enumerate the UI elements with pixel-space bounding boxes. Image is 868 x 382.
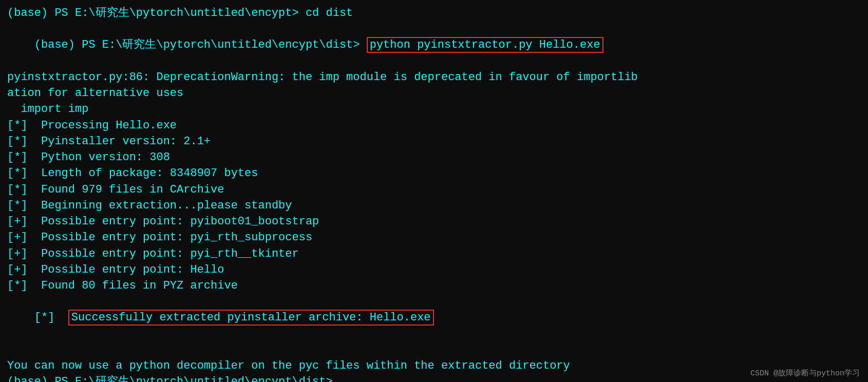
terminal-line-20: (base) PS E:\研究生\pytorch\untitled\encypt… [7,374,861,382]
terminal-line-9: [*] Length of package: 8348907 bytes [7,165,861,181]
terminal-line-17-prefix: [*] [34,311,68,324]
terminal-window: (base) PS E:\研究生\pytorch\untitled\encypt… [0,0,868,382]
watermark-text: CSDN @故障诊断与python学习 [750,368,860,378]
terminal-line-10: [*] Found 979 files in CArchive [7,182,861,198]
terminal-success-highlight: Successfully extracted pyinstaller archi… [68,310,434,326]
terminal-line-2: (base) PS E:\研究生\pytorch\untitled\encypt… [7,37,603,67]
terminal-line-17: [*] Successfully extracted pyinstaller a… [7,310,434,340]
terminal-line-15: [+] Possible entry point: Hello [7,262,861,278]
terminal-line-12: [+] Possible entry point: pyiboot01_boot… [7,214,861,230]
terminal-line-18 [7,342,861,358]
terminal-line-6: [*] Processing Hello.exe [7,118,861,133]
terminal-line-3: pyinstxtractor.py:86: DeprecationWarning… [7,69,861,85]
terminal-line-7: [*] Pyinstaller version: 2.1+ [7,133,861,149]
terminal-line-13: [+] Possible entry point: pyi_rth_subpro… [7,230,861,245]
terminal-cmd-highlight: python pyinstxtractor.py Hello.exe [367,37,603,53]
terminal-line-4: ation for alternative uses [7,85,861,101]
terminal-line-2-prefix: (base) PS E:\研究生\pytorch\untitled\encypt… [34,39,367,51]
terminal-line-1: (base) PS E:\研究生\pytorch\untitled\encypt… [7,5,861,21]
terminal-line-19: You can now use a python decompiler on t… [7,358,861,374]
terminal-line-14: [+] Possible entry point: pyi_rth__tkint… [7,246,861,262]
terminal-line-16: [*] Found 80 files in PYZ archive [7,278,861,294]
terminal-line-8: [*] Python version: 308 [7,149,861,165]
terminal-line-11: [*] Beginning extraction...please standb… [7,198,861,214]
terminal-line-5: import imp [7,101,861,117]
